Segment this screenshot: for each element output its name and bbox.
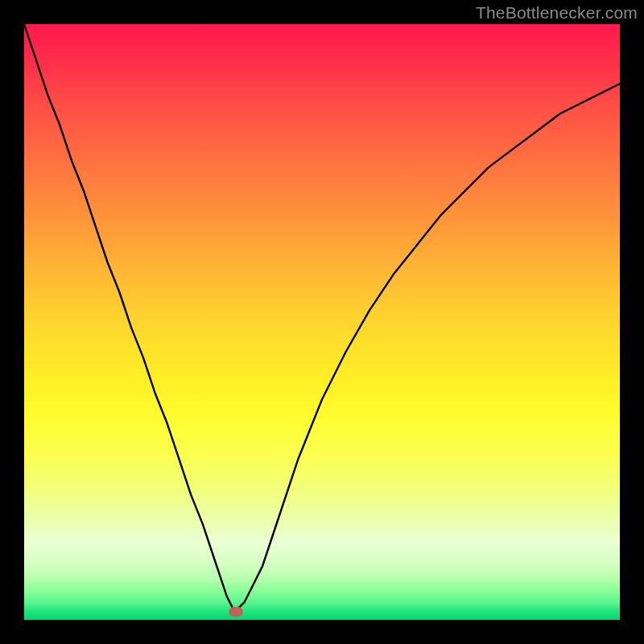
bottleneck-curve <box>24 24 620 620</box>
minimum-marker-icon <box>229 607 242 617</box>
plot-area <box>24 24 620 620</box>
chart-frame: TheBottlenecker.com <box>0 0 644 644</box>
watermark-text: TheBottlenecker.com <box>476 3 638 23</box>
